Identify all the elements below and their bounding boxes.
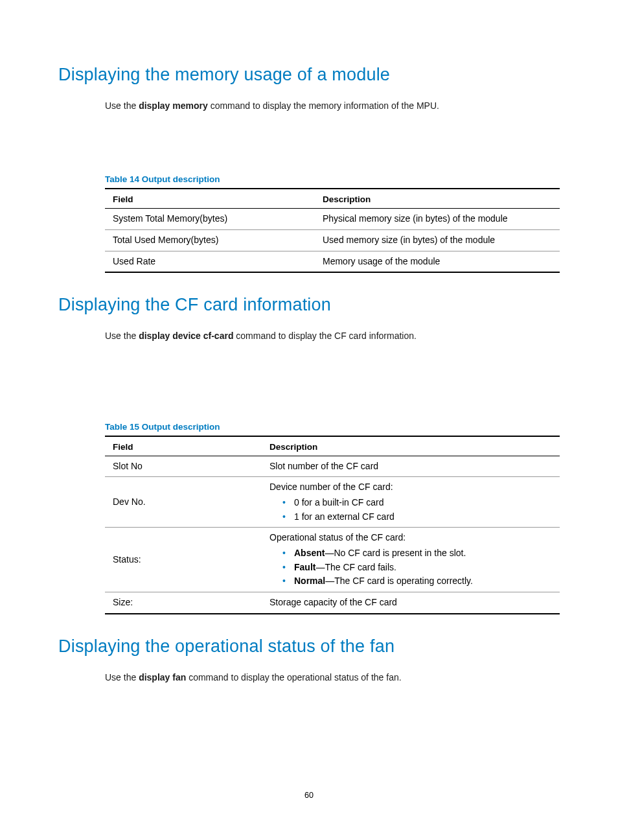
table-row: Total Used Memory(bytes) Used memory siz… — [105, 229, 560, 251]
table-row: Size: Storage capacity of the CF card — [105, 592, 560, 614]
text: Use the — [105, 672, 139, 682]
table-row: Slot No Slot number of the CF card — [105, 456, 560, 477]
table15: Field Description Slot No Slot number of… — [105, 436, 560, 614]
text: command to display the memory informatio… — [208, 100, 439, 111]
spacer — [58, 352, 560, 422]
table-row: System Total Memory(bytes) Physical memo… — [105, 209, 560, 230]
table15-caption: Table 15 Output description — [105, 422, 560, 432]
text: Operational status of the CF card: — [269, 532, 406, 542]
cell-desc: Slot number of the CF card — [262, 456, 560, 477]
cmd-display-fan: display fan — [139, 672, 186, 682]
list-item: 1 for an external CF card — [269, 510, 552, 524]
spacer — [58, 121, 560, 174]
bullet-list: 0 for a built-in CF card 1 for an extern… — [269, 496, 552, 524]
term: Fault — [294, 562, 315, 572]
text: command to display the CF card informati… — [233, 331, 416, 341]
list-item: Normal—The CF card is operating correctl… — [269, 574, 552, 589]
cell-field: System Total Memory(bytes) — [105, 209, 315, 230]
cell-desc: Device number of the CF card: 0 for a bu… — [262, 477, 560, 528]
cmd-display-cfcard: display device cf-card — [139, 331, 233, 341]
cell-field: Used Rate — [105, 251, 315, 272]
cell-field: Dev No. — [105, 477, 262, 528]
spacer — [58, 273, 560, 295]
document-page: Displaying the memory usage of a module … — [0, 0, 618, 840]
text: Use the — [105, 100, 139, 111]
table-row: Status: Operational status of the CF car… — [105, 528, 560, 592]
text: Device number of the CF card: — [269, 482, 393, 492]
list-item: Absent—No CF card is present in the slot… — [269, 546, 552, 561]
bullet-list: Absent—No CF card is present in the slot… — [269, 546, 552, 589]
th-field: Field — [105, 436, 262, 456]
cell-desc: Memory usage of the module — [315, 251, 560, 272]
term: Normal — [294, 576, 325, 586]
th-field: Field — [105, 189, 315, 209]
text: —The CF card fails. — [315, 562, 396, 572]
page-number: 60 — [0, 791, 618, 800]
text: —No CF card is present in the slot. — [325, 548, 466, 558]
list-item: 0 for a built-in CF card — [269, 496, 552, 510]
th-description: Description — [315, 189, 560, 209]
table-row: Dev No. Device number of the CF card: 0 … — [105, 477, 560, 528]
text: command to display the operational statu… — [186, 672, 401, 682]
cmd-display-memory: display memory — [139, 100, 208, 111]
cell-desc: Storage capacity of the CF card — [262, 592, 560, 614]
table14: Field Description System Total Memory(by… — [105, 188, 560, 273]
text: —The CF card is operating correctly. — [325, 576, 473, 586]
table14-caption: Table 14 Output description — [105, 174, 560, 184]
cell-field: Status: — [105, 528, 262, 592]
paragraph-memory-intro: Use the display memory command to displa… — [105, 99, 560, 112]
table-row: Used Rate Memory usage of the module — [105, 251, 560, 272]
cell-desc: Operational status of the CF card: Absen… — [262, 528, 560, 592]
cell-desc: Used memory size (in bytes) of the modul… — [315, 229, 560, 251]
cell-field: Slot No — [105, 456, 262, 477]
term: Absent — [294, 548, 325, 558]
th-description: Description — [262, 436, 560, 456]
heading-memory-usage: Displaying the memory usage of a module — [58, 65, 560, 85]
paragraph-cfcard-intro: Use the display device cf-card command t… — [105, 329, 560, 342]
list-item: Fault—The CF card fails. — [269, 561, 552, 575]
heading-cf-card: Displaying the CF card information — [58, 295, 560, 315]
heading-fan-status: Displaying the operational status of the… — [58, 636, 560, 657]
spacer — [58, 614, 560, 636]
text: Use the — [105, 331, 139, 341]
cell-desc: Physical memory size (in bytes) of the m… — [315, 209, 560, 230]
cell-field: Total Used Memory(bytes) — [105, 229, 315, 251]
paragraph-fan-intro: Use the display fan command to display t… — [105, 671, 560, 684]
cell-field: Size: — [105, 592, 262, 614]
